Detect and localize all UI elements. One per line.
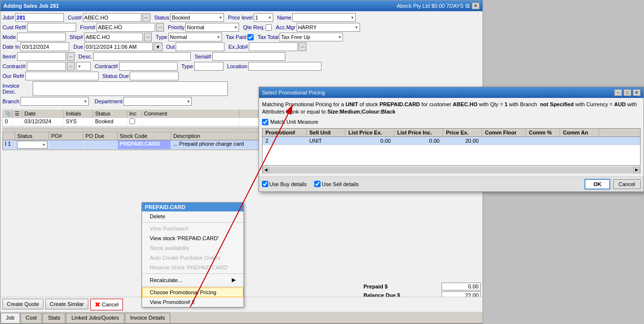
context-item-recalculate[interactable]: Recalculate... ▶	[142, 275, 243, 285]
invoice-desc-input[interactable]	[33, 81, 228, 96]
location-input[interactable]	[248, 62, 322, 71]
contract-type-input[interactable]	[194, 62, 223, 71]
contract-type-label: Type	[181, 63, 193, 69]
ex-job-input[interactable]	[249, 42, 298, 51]
recalculate-label: Recalculate...	[150, 277, 182, 283]
name-dropdown[interactable]: ▼	[292, 13, 356, 22]
status-due-input[interactable]	[130, 72, 179, 80]
contract-num-input[interactable]	[27, 62, 66, 71]
promo-grid-body: 2 UNIT 0.00 0.00 20.00	[262, 136, 641, 166]
match-unit-checkbox[interactable]	[262, 119, 268, 125]
priority-dropdown[interactable]: Normal ▼	[185, 23, 239, 32]
context-item-view-stock[interactable]: View stock 'PREPAID.CARD'	[142, 233, 243, 243]
context-menu-header: PREPAID.CARD	[142, 203, 243, 211]
department-dropdown[interactable]: ▼	[123, 97, 192, 106]
create-quote-button[interactable]: Create Quote	[2, 299, 43, 309]
contract-label: Contract#	[95, 63, 118, 69]
item-input[interactable]	[17, 52, 66, 61]
acc-mgr-dropdown[interactable]: HARRY ▼	[297, 23, 360, 32]
form-row-6: Contract# ··· ▼ Contract# Type Location	[2, 62, 481, 71]
type-dropdown[interactable]: Normal ▼	[168, 33, 222, 41]
desc-input[interactable]	[93, 52, 191, 61]
form-row-7: Our Ref# Status Due	[2, 72, 481, 80]
from-input[interactable]	[97, 23, 155, 32]
ship-dots-button[interactable]: ···	[144, 33, 152, 41]
promo-maximize-button[interactable]: □	[624, 89, 631, 96]
title-right-text: Abeck Pty Ltd $0.00 7DAYS	[397, 3, 463, 9]
context-item-auto-create: Auto Create Purchase Orders	[142, 253, 243, 263]
status-dropdown[interactable]: Booked ▼	[170, 13, 224, 22]
item-cell-po-due	[83, 140, 118, 149]
promo-cell-comm-pct	[526, 137, 560, 145]
name-label: Name	[277, 15, 291, 20]
date-in-input[interactable]	[20, 42, 69, 51]
item-status-dropdown[interactable]: ▼	[17, 141, 47, 149]
ex-job-dots-button[interactable]: ···	[299, 42, 306, 51]
promo-grid-row-1[interactable]: 2 UNIT 0.00 0.00 20.00	[262, 137, 640, 145]
promo-cell-list-inc: 0.00	[394, 137, 443, 145]
qte-req-label: Qte Req.	[243, 24, 264, 30]
our-ref-input[interactable]	[25, 72, 99, 80]
tab-linked-jobs-quotes[interactable]: Linked Jobs/Quotes	[66, 313, 124, 323]
cust-ref-input[interactable]	[27, 23, 76, 32]
contract-num-dropdown[interactable]: ▼	[76, 62, 91, 71]
tax-total-value: Tax Free Up	[281, 34, 310, 40]
promo-bottom-right: OK Cancel	[584, 179, 641, 190]
mode-label: Mode	[2, 34, 16, 40]
serial-input[interactable]	[212, 52, 285, 61]
due-dropdown-button[interactable]: ▼	[154, 42, 162, 51]
qte-req-checkbox[interactable]	[265, 24, 272, 31]
contract-input[interactable]	[119, 62, 178, 71]
serial-label: Serial#	[195, 54, 211, 59]
due-input[interactable]	[84, 42, 153, 51]
promo-close-button[interactable]: ✕	[633, 89, 641, 96]
main-title: Adding Sales Job 281	[3, 3, 59, 9]
mode-input[interactable]	[17, 33, 66, 41]
from-dots-button[interactable]: ···	[156, 23, 164, 32]
tab-job[interactable]: Job	[0, 313, 20, 323]
use-buy-checkbox[interactable]	[262, 181, 268, 187]
tab-cost[interactable]: Cost	[20, 313, 42, 323]
prepaid-value: 0.00	[442, 283, 481, 290]
contract-dots-button[interactable]: ···	[67, 62, 75, 71]
log-col-date: Date	[22, 110, 64, 117]
form-row-1: Job# Cust# ··· Status Booked ▼ Price lev…	[2, 13, 481, 22]
scroll-left-button[interactable]: ◀	[262, 167, 269, 173]
tab-invoice-details[interactable]: Invoice Details	[125, 313, 171, 323]
tax-paid-group: Tax Paid	[226, 34, 254, 40]
name-dropdown-arrow: ▼	[350, 16, 354, 20]
tax-total-dropdown[interactable]: Tax Free Up ▼	[280, 33, 343, 41]
scroll-right-button[interactable]: ▶	[633, 167, 640, 173]
from-label: From#	[80, 24, 96, 30]
tab-bar: Job Cost Stats Linked Jobs/Quotes Invoic…	[0, 312, 483, 324]
form-row-5: Item# ··· Desc. Serial#	[2, 52, 481, 61]
context-item-delete[interactable]: Delete	[142, 211, 243, 221]
department-label: Department	[95, 98, 122, 104]
context-item-reserve-stock: Reserve Stock 'PREPAID.CARD'	[142, 263, 243, 272]
cancel-button[interactable]: ✖ Cancel	[90, 299, 123, 310]
context-item-choose-promo[interactable]: Choose Promotional Pricing	[142, 287, 243, 297]
tab-stats[interactable]: Stats	[42, 313, 65, 323]
ship-label: Ship#	[70, 34, 83, 40]
promo-cancel-button[interactable]: Cancel	[613, 179, 641, 189]
context-item-view-promo[interactable]: View Promotion# 2	[142, 297, 243, 307]
log-cell-num: 0	[3, 118, 13, 126]
item-dots-button[interactable]: ···	[67, 52, 75, 61]
promo-minimize-button[interactable]: –	[614, 89, 622, 96]
cust-dots-button[interactable]: ···	[142, 13, 150, 22]
out-input[interactable]	[176, 42, 224, 51]
job-input[interactable]	[15, 13, 64, 22]
cust-input[interactable]	[83, 13, 141, 22]
promo-cell-sell-unit: UNIT	[306, 137, 345, 145]
use-sell-checkbox[interactable]	[314, 181, 321, 187]
priority-dropdown-arrow: ▼	[234, 25, 238, 30]
log-col-comment: Comment	[142, 110, 240, 117]
branch-dropdown[interactable]: ▼	[20, 97, 89, 106]
ship-input[interactable]	[84, 33, 143, 41]
price-level-dropdown[interactable]: 1 ▼	[254, 13, 273, 22]
tax-total-dropdown-arrow: ▼	[338, 35, 342, 39]
create-similar-button[interactable]: Create Similar	[45, 299, 88, 309]
close-button[interactable]: ✕	[472, 2, 480, 9]
tax-paid-checkbox[interactable]	[247, 34, 254, 40]
ok-button[interactable]: OK	[584, 179, 610, 190]
